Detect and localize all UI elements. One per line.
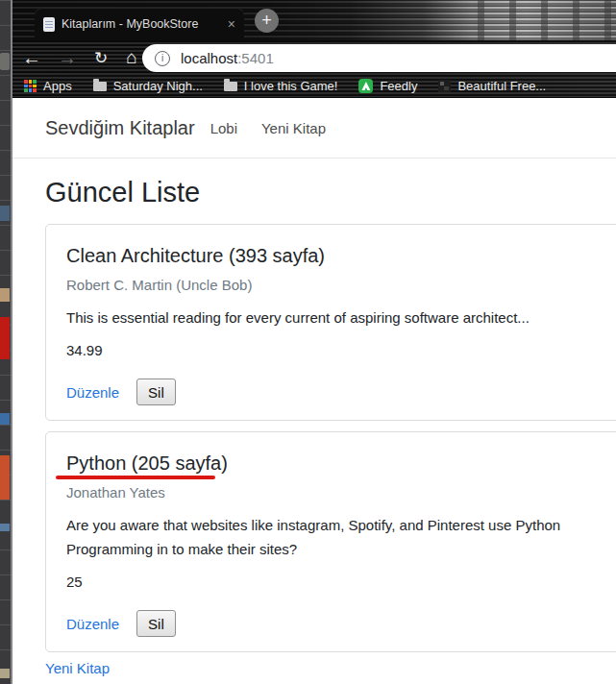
wallpaper-texture	[453, 0, 616, 40]
site-info-icon[interactable]: i	[155, 51, 170, 66]
home-icon[interactable]: ⌂	[118, 40, 145, 75]
book-price: 25	[66, 574, 613, 591]
book-actions: Düzenle Sil	[66, 610, 613, 637]
desktop-launcher-strip	[0, 0, 12, 684]
tab-title: Kitaplarım - MyBookStore	[55, 17, 228, 31]
launcher-icon-fragment	[0, 317, 10, 359]
url-host: localhost	[181, 50, 237, 66]
folder-icon	[93, 82, 107, 91]
bookmark-label: Beautiful Free...	[457, 79, 546, 93]
launcher-icon-fragment	[0, 524, 10, 531]
reload-icon[interactable]: ↻	[87, 40, 114, 75]
bookmark-beautiful-free[interactable]: Beautiful Free...	[438, 79, 546, 93]
new-book-link[interactable]: Yeni Kitap	[45, 660, 110, 676]
book-author: Jonathan Yates	[66, 484, 613, 501]
feedly-icon	[358, 79, 373, 93]
delete-button[interactable]: Sil	[136, 379, 176, 405]
delete-button[interactable]: Sil	[136, 610, 176, 637]
launcher-icon-fragment	[0, 206, 10, 221]
back-icon[interactable]: ←	[18, 40, 45, 75]
browser-chrome: Kitaplarım - MyBookStore × + ← → ↻ ⌂ i l…	[12, 0, 616, 98]
forward-icon[interactable]: →	[54, 40, 81, 75]
bookmark-label: Apps	[43, 79, 72, 93]
launcher-icon-fragment	[0, 288, 10, 302]
bookmark-label: Feedly	[380, 79, 417, 93]
address-bar[interactable]: i localhost:5401	[142, 44, 616, 72]
bookmark-label: I love this Game!	[244, 79, 338, 93]
launcher-icon-fragment	[0, 455, 10, 500]
red-underline-annotation	[56, 476, 215, 479]
tab-strip: Kitaplarım - MyBookStore × +	[12, 0, 616, 40]
screen: Kitaplarım - MyBookStore × + ← → ↻ ⌂ i l…	[0, 0, 616, 684]
bookmark-label: Saturday Nigh...	[113, 79, 203, 93]
book-title: Python (205 sayfa)	[66, 452, 228, 474]
launcher-icon-fragment	[0, 53, 10, 70]
bookmark-apps[interactable]: Apps	[24, 79, 72, 93]
book-card: Clean Architecture (393 sayfa) Robert C.…	[45, 224, 616, 421]
book-description: This is essential reading for every curr…	[66, 305, 613, 330]
webpage: Sevdiğim Kitaplar Lobi Yeni Kitap Güncel…	[12, 98, 616, 684]
bookmarks-bar: Apps Saturday Nigh... I love this Game! …	[12, 75, 616, 98]
bookmark-folder-saturday[interactable]: Saturday Nigh...	[93, 79, 203, 93]
description-line: This is essential reading for every curr…	[66, 305, 613, 330]
book-author: Robert C. Martin (Uncle Bob)	[66, 277, 613, 294]
bookmark-feedly[interactable]: Feedly	[358, 79, 417, 93]
book-description: Are you aware that websites like instagr…	[66, 513, 613, 561]
bookmark-folder-game[interactable]: I love this Game!	[224, 79, 338, 93]
new-tab-button[interactable]: +	[255, 9, 279, 33]
page-favicon-icon	[43, 17, 55, 32]
book-title-row: Python (205 sayfa)	[66, 452, 613, 476]
nav-link-lobi[interactable]: Lobi	[210, 120, 237, 136]
site-navbar: Sevdiğim Kitaplar Lobi Yeni Kitap	[12, 98, 616, 159]
site-brand-link[interactable]: Sevdiğim Kitaplar	[45, 117, 195, 139]
apps-grid-icon	[24, 80, 37, 92]
nav-link-yeni-kitap[interactable]: Yeni Kitap	[261, 120, 326, 136]
book-title: Clean Architecture (393 sayfa)	[66, 245, 325, 266]
edit-link[interactable]: Düzenle	[66, 384, 119, 401]
edit-link[interactable]: Düzenle	[66, 616, 119, 632]
book-price: 34.99	[66, 342, 613, 359]
book-list: Clean Architecture (393 sayfa) Robert C.…	[45, 224, 616, 652]
description-line: Are you aware that websites like instagr…	[66, 513, 613, 537]
book-card: Python (205 sayfa) Jonathan Yates Are yo…	[45, 431, 616, 652]
browser-toolbar: ← → ↻ ⌂ i localhost:5401	[12, 40, 616, 75]
tab-close-icon[interactable]: ×	[228, 17, 235, 31]
page-title: Güncel Liste	[45, 177, 616, 208]
launcher-icon-fragment	[0, 413, 10, 425]
launcher-icon-fragment	[0, 669, 10, 678]
url-port: :5401	[237, 50, 274, 66]
description-line: Programming in to make their sites?	[66, 537, 613, 561]
browser-tab[interactable]: Kitaplarım - MyBookStore ×	[35, 8, 244, 40]
photos-icon	[438, 80, 451, 92]
book-title-row: Clean Architecture (393 sayfa)	[66, 244, 613, 269]
book-actions: Düzenle Sil	[66, 379, 613, 405]
folder-icon	[224, 82, 237, 91]
